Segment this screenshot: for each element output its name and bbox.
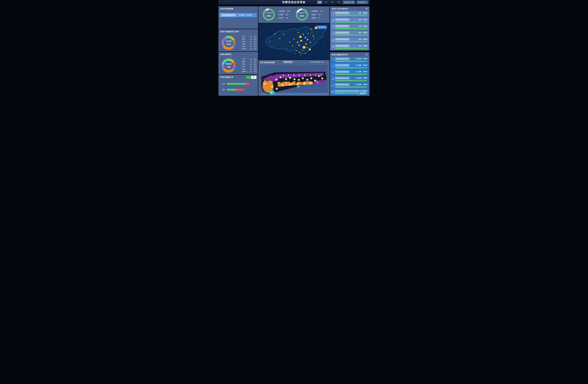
blurred-project-name <box>335 32 349 34</box>
gauge-percent: 90% <box>267 15 271 17</box>
stacked-bar <box>227 89 252 91</box>
range-tab-year[interactable]: 年度 <box>336 1 341 4</box>
legend-row: 安品：1015% <box>242 63 257 65</box>
issue-resolve-gauge: 问题解决率 82% <box>296 8 308 21</box>
range-tab-month[interactable]: 当月 <box>324 1 328 4</box>
ranking-row[interactable]: 4 5.1小时100% <box>331 76 369 82</box>
filter-icon[interactable] <box>365 54 368 56</box>
blurred-rank-number <box>332 91 334 93</box>
bar-resolved-segment <box>227 89 236 91</box>
gap-warning-row[interactable]: 14:00 — 15:00 <box>220 13 257 17</box>
progress-bar <box>335 61 367 62</box>
blurred-project-name <box>335 58 349 60</box>
panel-china-map: 大庆 武汉 项目看板 <box>258 23 330 60</box>
panel-trajectory: 项目巡场轨迹抽查 外广场-运营固定-2019... <box>258 60 330 96</box>
rank-number: 5 <box>332 39 334 41</box>
stat-line: 未解决：20 <box>311 16 329 20</box>
legend-row: 工程：2020% <box>242 35 257 38</box>
legend-row: 企划：2020% <box>242 45 257 48</box>
legend-row: 运营：4025% <box>242 43 257 45</box>
blurred-project-name <box>335 84 349 85</box>
progress-bar <box>335 67 367 68</box>
tab-department[interactable]: 部门 <box>251 76 256 79</box>
watermark-caption: ANQQI WEAK ELECTRICITY <box>360 94 369 95</box>
watermark-name: 盘柒弱电 <box>360 93 369 94</box>
trajectory-header: 项目巡场轨迹抽查 外广场-运营固定-2019... <box>258 60 330 65</box>
stat-line: 问题总数：100 <box>311 9 329 13</box>
rank-number: 3 <box>332 26 334 28</box>
plan-completion-gauge: 计划完成率 90% <box>263 8 275 21</box>
gauge-label: 问题解决率 <box>298 12 306 14</box>
bar-unresolved-segment <box>246 83 250 85</box>
blurred-project-name <box>335 71 349 73</box>
filter-icon[interactable] <box>365 8 368 10</box>
stat-line: 已完成：300 <box>278 13 296 16</box>
range-tab-today[interactable]: 今日 <box>317 1 322 4</box>
issue-donut-legend: 工程：2020% 物业：1819% 安品：1015% 运营：4025% 企划：2… <box>242 58 257 73</box>
tab-region[interactable]: 区域 <box>246 76 251 79</box>
city-label: 武汉 <box>306 47 308 48</box>
donut-center: 任务总数 1110 <box>224 38 233 47</box>
blurred-row-content <box>335 90 359 92</box>
progress-bar <box>335 74 367 75</box>
date-picker[interactable]: 请选择日期 <box>343 0 355 4</box>
range-tab-halfyear[interactable]: 半年 <box>330 1 335 4</box>
chevron-down-icon <box>366 1 367 3</box>
progress-bar <box>335 21 367 22</box>
rank-number: 3 <box>332 72 334 74</box>
progress-bar <box>335 80 367 81</box>
project-kanban-button[interactable]: 项目看板 <box>317 25 327 29</box>
blurred-project-name <box>335 64 349 66</box>
issue-donut-chart: 问题总数 138 <box>222 59 236 73</box>
progress-bar <box>335 41 367 42</box>
ranking-row[interactable]: 3 5.1小时100% <box>331 70 369 76</box>
legend-row: 运营：4025% <box>242 65 257 68</box>
gauge-percent: 82% <box>300 15 304 17</box>
donut-center-label: 问题总数 <box>226 63 232 65</box>
rank-number: 1 <box>332 59 334 61</box>
legend-row: 工程：2020% <box>242 58 257 61</box>
bar-row-south: 南区 <box>218 89 258 91</box>
ranking-row[interactable]: 5 5.1小时100% <box>331 83 369 89</box>
plan-select[interactable]: 外广场-运营固定-2019... <box>310 61 327 63</box>
gauge-center: 计划完成率 90% <box>264 10 273 19</box>
panel-summary: 计划完成率 90% 任务总数：500 已完成：300 未完成：200 问题解决率… <box>258 6 330 23</box>
bar-label: 北区 <box>218 83 225 85</box>
donut-center-value: 138 <box>227 66 231 68</box>
bar-resolved-segment <box>227 83 246 85</box>
rank-number: 1 <box>332 13 334 15</box>
blurred-project-name <box>335 19 349 21</box>
ranking-row[interactable]: 1 320100% <box>331 11 369 17</box>
panel-title: 巡场计划数量及完成率 <box>218 29 258 33</box>
legend-row: 企划：2020% <box>242 68 257 70</box>
rank-number: 2 <box>332 20 334 22</box>
floorplan-map <box>260 65 328 95</box>
plan-donut-chart: 任务总数 1110 <box>222 36 236 50</box>
progress-bar <box>335 34 367 36</box>
ranking-row[interactable]: 2 5.1小时100% <box>331 64 369 69</box>
blurred-project-name <box>222 14 236 16</box>
ranking-row[interactable]: 1 5.1小时100% <box>331 57 369 63</box>
blurred-project-name <box>335 25 349 27</box>
bar-unresolved-segment <box>236 89 244 91</box>
blurred-project-select-value <box>283 61 292 63</box>
department-select[interactable]: 商管事业部 <box>357 0 368 4</box>
ranking-row[interactable]: 5 320100% <box>331 37 369 43</box>
department-select-value: 商管事业部 <box>358 1 365 3</box>
watermark: 盘柒弱电 ANQQI WEAK ELECTRICITY <box>356 92 369 96</box>
plan-ranking-list: 1 320100% 2 320100% 3 320100% 4 <box>331 11 369 50</box>
watermark-logo-icon <box>356 92 359 96</box>
stat-line: 已解决：80 <box>311 13 329 16</box>
donut-center: 问题总数 138 <box>224 61 233 70</box>
panel-plan-ranking: 巡场计划完成率排行 1 320100% 2 320100% 3 320100% <box>330 6 370 51</box>
ranking-row[interactable]: 4 320100% <box>331 31 369 37</box>
panel-title: 巡场空档期预警 <box>218 6 258 10</box>
panel-title: 巡场问题解决率排行 <box>330 52 370 56</box>
ranking-row[interactable]: 6 320100% <box>331 44 369 50</box>
ranking-row[interactable]: 2 320100% <box>331 18 369 24</box>
ranking-row[interactable]: 3 320100% <box>331 24 369 30</box>
project-select[interactable] <box>283 61 294 63</box>
page-title: 智慧巡场总部看板 <box>282 0 306 4</box>
panel-plan-donut: 巡场计划数量及完成率 任务总数 1110 工程：2020% 物业：1819% 安… <box>218 29 258 51</box>
legend-row: 物业：1819% <box>242 38 257 40</box>
